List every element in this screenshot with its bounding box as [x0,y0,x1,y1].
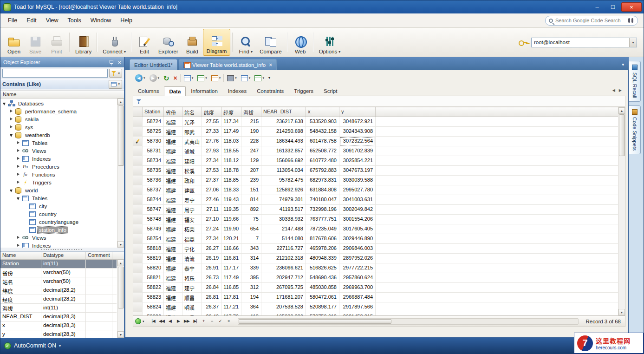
grid-cell[interactable]: 3025854.221 [339,156,376,165]
grid-cell[interactable]: 27.10 [202,215,221,224]
toolbar-button[interactable]: Diagram ▾ [203,29,230,56]
grid-scrollbar[interactable]: ▲ ▼ [618,107,625,315]
column-definition-row[interactable]: 站名 varchar(50) [0,277,117,286]
tree-item[interactable]: fo Functions [0,170,117,178]
grid-cell[interactable]: 151 [241,185,261,195]
dropdown-arrow-icon[interactable]: ▾ [251,50,253,54]
grid-row[interactable]: 58821 福建 将乐 26.73 117.49 395 202947.712 … [133,273,618,283]
tree-item[interactable]: performance_schema [0,107,117,115]
grid-cell[interactable]: 485030.858 [306,283,339,292]
grid-cell[interactable]: 27.76 [202,137,221,146]
grid-cell[interactable]: 3017605.405 [339,224,376,234]
grid-filter-bar[interactable] [133,96,625,107]
row-selector[interactable] [133,254,143,263]
row-selector[interactable] [133,263,143,273]
tree-expander-icon[interactable] [9,133,14,138]
grid-cell[interactable]: 113054.034 [261,166,306,175]
tree-item[interactable]: Views [0,147,117,155]
scrollbar-thumb[interactable] [239,319,391,324]
viewer-toolbar-button[interactable]: ◀▾ [134,73,147,83]
grid-cell[interactable]: 578750.610 [306,312,339,315]
dropdown-arrow-icon[interactable]: ▾ [124,50,126,54]
grid-row[interactable]: 58823 福建 顺昌 26.81 117.81 194 171681.207 … [133,293,618,302]
grid-cell[interactable]: 顺昌 [182,293,202,302]
grid-cell[interactable]: 2917897.566 [339,302,376,312]
grid-row[interactable]: 58735 福建 松溪 27.53 118.78 207 113054.034 … [133,166,618,176]
grid-cell[interactable]: 186344.493 [261,137,306,146]
toolbar-button[interactable]: ▾ [131,33,132,52]
code-search-input[interactable] [555,18,628,23]
grid-cell[interactable]: 福建 [164,156,182,165]
grid-row[interactable]: 58826 福建 沙县 26.40 117.79 118 165839.386 … [133,312,618,315]
tree-expander-icon[interactable] [23,228,28,232]
grid-cell[interactable]: 58737 [143,185,164,195]
grid-cell[interactable]: 2921458.315 [339,312,376,315]
grid-cell[interactable]: 118.55 [221,146,241,156]
viewer-tab[interactable]: Data [164,86,186,96]
grid-cell[interactable]: 364 [241,302,261,312]
tree-item[interactable]: sys [0,123,117,131]
grid-cell[interactable]: 3041003.631 [339,195,376,204]
select-all-corner[interactable] [133,107,143,117]
grid-row[interactable]: 58822 福建 建宁 26.84 116.85 312 267095.725 … [133,283,618,293]
grid-row[interactable]: 58747 福建 周宁 27.11 119.35 892 41193.517 7… [133,205,618,215]
grid-cell[interactable]: 27.46 [202,195,221,204]
grid-cell[interactable]: 740180.047 [306,195,339,204]
scroll-up-icon[interactable]: ▲ [618,107,625,114]
viewer-toolbar-button[interactable]: ▾ [210,73,222,83]
grid-cell[interactable]: 3030039.588 [339,176,376,185]
tree-expander-icon[interactable] [16,243,21,248]
tree-item[interactable]: world [0,186,117,194]
grid-cell[interactable]: 福建 [164,176,182,185]
tree-expander-icon[interactable] [23,220,28,224]
tree-expander-icon[interactable] [9,188,14,193]
grid-cell[interactable]: 267095.725 [261,283,306,292]
toolbar-button[interactable]: ▾ [97,33,98,52]
grid-cell[interactable]: 福鼎 [182,234,202,243]
row-selector[interactable] [133,312,143,315]
grid-cell[interactable]: 27.06 [202,185,221,195]
grid-row[interactable]: 58725 福建 邵武 27.33 117.49 190 214250.698 … [133,127,618,137]
grid-cell[interactable]: 福建 [164,195,182,204]
grid-cell[interactable]: 74979.301 [261,195,306,204]
column-definition-row[interactable]: y decimal(28,3) [0,330,117,338]
row-selector[interactable] [133,137,143,146]
document-tab[interactable]: Editor Untitled1* × [130,59,177,70]
row-selector[interactable] [133,117,143,126]
tree-item[interactable]: sakila [0,115,117,123]
grid-cell[interactable]: 161332.857 [261,146,306,156]
tree-item[interactable]: Tables [0,194,117,202]
grid-column-header[interactable]: 海拔 [241,107,261,117]
grid-cell[interactable]: 福建 [164,254,182,263]
viewer-tab[interactable]: Indexes [223,86,252,96]
row-selector[interactable] [133,273,143,282]
row-selector[interactable] [133,176,143,185]
grid-cell[interactable]: 福建 [164,117,182,126]
grid-row[interactable]: 58744 福建 寿宁 27.46 119.43 814 74979.301 7… [133,195,618,205]
scroll-down-icon[interactable]: ▼ [618,309,625,315]
grid-cell[interactable]: 3048672.921 [339,117,376,126]
grid-cell[interactable]: 7 [241,234,261,243]
grid-cell[interactable]: 福建 [164,263,182,273]
menu-item[interactable]: Window [86,15,116,26]
tree-expander-icon[interactable] [16,196,21,201]
grid-cell[interactable]: 27.33 [202,127,221,136]
grid-cell[interactable]: 227116.727 [261,244,306,253]
grid-cell[interactable]: 58824 [143,302,164,312]
viewer-toolbar-button[interactable]: ▾ [180,74,181,82]
grid-cell[interactable]: 光泽 [182,117,202,126]
columns-panel-header[interactable]: Datatype [41,252,86,259]
grid-cell[interactable]: 58748 [143,215,164,224]
grid-cell[interactable]: 247 [241,146,261,156]
record-nav-button[interactable]: |◀ [150,317,157,325]
row-selector[interactable] [133,127,143,136]
grid-cell[interactable]: 柘荣 [182,224,202,234]
viewer-toolbar-button[interactable]: ▾ [182,73,195,83]
grid-cell[interactable]: 福建 [164,244,182,253]
grid-cell[interactable]: 2906846.003 [339,244,376,253]
grid-cell[interactable]: 814 [241,195,261,204]
grid-cell[interactable]: 118.03 [221,137,241,146]
grid-column-header[interactable]: 站名 [182,107,202,117]
grid-cell[interactable]: 福建 [164,283,182,292]
grid-cell[interactable]: 5144.080 [261,234,306,243]
